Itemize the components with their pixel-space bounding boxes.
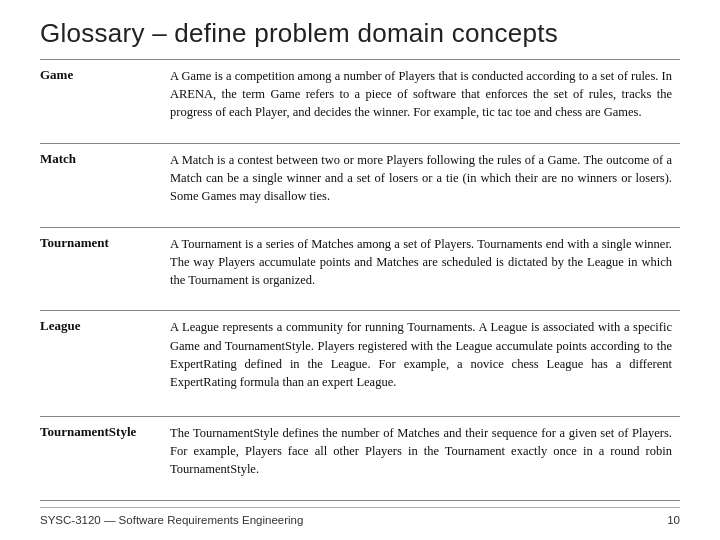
glossary-table: GameA Game is a competition among a numb…	[40, 59, 680, 501]
term-definition: A Match is a contest between two or more…	[170, 143, 680, 227]
term-definition: A League represents a community for runn…	[170, 311, 680, 417]
term-label: Game	[40, 60, 170, 144]
table-row: LeagueA League represents a community fo…	[40, 311, 680, 417]
term-label: League	[40, 311, 170, 417]
footer-left: SYSC-3120 — Software Requirements Engine…	[40, 514, 303, 526]
term-definition: A Game is a competition among a number o…	[170, 60, 680, 144]
table-row: TournamentA Tournament is a series of Ma…	[40, 227, 680, 311]
slide-footer: SYSC-3120 — Software Requirements Engine…	[40, 507, 680, 526]
term-label: Tournament	[40, 227, 170, 311]
slide-page: Glossary – define problem domain concept…	[0, 0, 720, 540]
term-label: Match	[40, 143, 170, 227]
table-row: TournamentStyleThe TournamentStyle defin…	[40, 417, 680, 501]
footer-right: 10	[667, 514, 680, 526]
slide-title: Glossary – define problem domain concept…	[40, 18, 680, 49]
term-definition: The TournamentStyle defines the number o…	[170, 417, 680, 501]
term-label: TournamentStyle	[40, 417, 170, 501]
table-row: GameA Game is a competition among a numb…	[40, 60, 680, 144]
term-definition: A Tournament is a series of Matches amon…	[170, 227, 680, 311]
table-row: MatchA Match is a contest between two or…	[40, 143, 680, 227]
